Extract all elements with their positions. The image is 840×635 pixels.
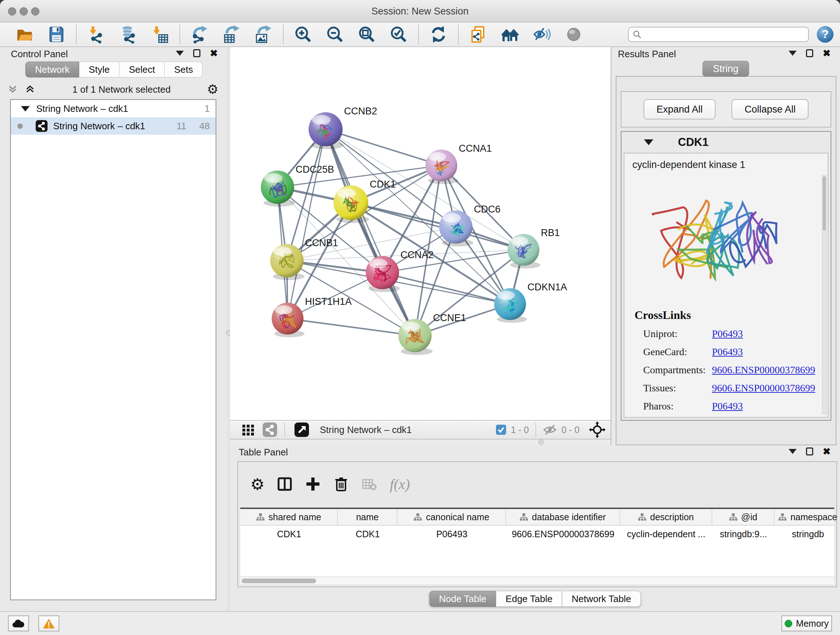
column-header-@id[interactable]: @id — [712, 509, 775, 525]
network-tree-row[interactable]: String Network – cdk11148 — [11, 117, 216, 135]
crosslink-value-link[interactable]: P06493 — [712, 401, 743, 412]
memory-label: Memory — [796, 618, 829, 629]
column-header-database-identifier[interactable]: database identifier — [506, 509, 620, 525]
open-session-icon[interactable] — [16, 25, 34, 43]
network-node-CDKN1A[interactable] — [494, 288, 527, 323]
network-node-CCNA2[interactable] — [366, 256, 400, 292]
status-bar: Memory — [0, 611, 840, 635]
expand-all-icon[interactable] — [24, 83, 36, 96]
delete-table-icon — [362, 476, 377, 492]
collapse-all-icon[interactable] — [6, 83, 19, 96]
network-node-CDC6[interactable] — [439, 211, 474, 247]
zoom-out-icon[interactable] — [326, 25, 344, 43]
search-box[interactable] — [628, 27, 809, 42]
expand-all-button[interactable]: Expand All — [644, 99, 716, 119]
tab-string[interactable]: String — [703, 61, 749, 77]
title-bar: Session: New Session — [0, 0, 840, 22]
column-header-namespace[interactable]: namespace — [775, 509, 840, 525]
tab-node-table[interactable]: Node Table — [429, 591, 496, 607]
table-row[interactable]: CDK1CDK1P064939606.ENSP00000378699cyclin… — [240, 526, 834, 542]
results-panel-float-icon[interactable] — [806, 49, 813, 57]
save-session-icon[interactable] — [47, 25, 65, 43]
control-panel-float-icon[interactable] — [193, 49, 201, 57]
grid-view-icon[interactable] — [241, 423, 256, 437]
tab-sets[interactable]: Sets — [164, 62, 202, 78]
table-panel-float-icon[interactable] — [806, 448, 813, 455]
table-horizontal-scrollbar[interactable] — [240, 576, 834, 584]
crosslinks-list: Uniprot:P06493GeneCard:P06493Compartment… — [643, 328, 815, 418]
tab-network-table[interactable]: Network Table — [562, 591, 641, 607]
tab-style[interactable]: Style — [79, 62, 119, 78]
table-cell[interactable]: CDK1 — [338, 526, 398, 542]
delete-column-icon[interactable] — [333, 476, 349, 492]
network-node-CCNB2[interactable] — [309, 112, 344, 149]
table-panel-menu-icon[interactable] — [789, 449, 797, 454]
results-panel-close-icon[interactable]: ✖ — [823, 49, 831, 57]
crosslink-value-link[interactable]: 9606.ENSP00000378699 — [712, 382, 815, 394]
export-image-icon[interactable] — [254, 25, 272, 43]
show-columns-icon[interactable] — [277, 476, 293, 492]
control-panel-menu-icon[interactable] — [176, 51, 184, 56]
network-node-CDC25B[interactable] — [261, 171, 295, 207]
column-header-shared-name[interactable]: shared name — [240, 509, 338, 525]
network-thumbnail-icon[interactable] — [262, 422, 278, 438]
zoom-in-icon[interactable] — [294, 25, 312, 43]
table-cell[interactable]: P06493 — [398, 526, 506, 542]
copy-style-icon[interactable] — [469, 25, 487, 43]
table-panel-tabs: Node TableEdge TableNetwork Table — [429, 591, 641, 607]
zoom-selected-icon[interactable] — [390, 25, 408, 43]
refresh-icon[interactable] — [429, 25, 447, 43]
tree-expand-icon[interactable] — [21, 106, 30, 111]
hide-graphics-details-icon[interactable] — [533, 25, 551, 43]
network-tree-row[interactable]: String Network – cdk11 — [11, 100, 216, 117]
tab-select[interactable]: Select — [119, 62, 164, 78]
table-panel-close-icon[interactable]: ✖ — [823, 448, 831, 455]
results-scrollbar[interactable] — [822, 175, 827, 414]
import-table-icon[interactable] — [151, 25, 169, 43]
column-header-canonical-name[interactable]: canonical name — [398, 509, 506, 525]
show-graphics-details-icon[interactable] — [565, 25, 583, 43]
cloud-button[interactable] — [8, 616, 29, 631]
network-view-area: CCNB2CCNA1CDC25BCDK1CDC6RB1CCNB1CCNA2CDK… — [230, 47, 611, 445]
table-cell[interactable]: cyclin-dependent ... — [620, 526, 712, 542]
export-table-icon[interactable] — [223, 25, 240, 43]
help-button[interactable]: ? — [817, 26, 834, 43]
network-node-CCNA1[interactable] — [425, 149, 458, 184]
crosslink-value-link[interactable]: 9606.ENSP00000378699 — [712, 364, 815, 376]
table-options-gear-icon[interactable]: ⚙ — [250, 475, 264, 494]
memory-button[interactable]: Memory — [782, 616, 832, 631]
selected-checkbox-icon[interactable] — [496, 424, 507, 435]
warnings-button[interactable] — [38, 616, 59, 631]
network-canvas[interactable]: CCNB2CCNA1CDC25BCDK1CDC6RB1CCNB1CCNA2CDK… — [230, 47, 611, 420]
network-node-HIST1H1A[interactable] — [272, 302, 305, 337]
birdseye-home-icon[interactable] — [501, 25, 519, 43]
table-cell[interactable]: stringdb — [775, 526, 840, 542]
network-options-gear-icon[interactable]: ⚙ — [207, 82, 218, 97]
import-network-file-icon[interactable] — [87, 25, 105, 43]
import-network-database-icon[interactable] — [119, 25, 137, 43]
zoom-fit-icon[interactable] — [358, 25, 376, 43]
control-panel-close-icon[interactable]: ✖ — [210, 49, 218, 57]
birdseye-view-icon[interactable] — [294, 422, 309, 438]
add-column-icon[interactable] — [305, 476, 321, 492]
gene-collapse-icon[interactable] — [644, 139, 653, 145]
crosslink-value-link[interactable]: P06493 — [712, 346, 743, 358]
export-network-icon[interactable] — [191, 25, 209, 43]
left-splitter[interactable] — [227, 47, 230, 611]
column-header-name[interactable]: name — [338, 509, 398, 525]
results-panel-menu-icon[interactable] — [789, 51, 797, 56]
network-node-CCNE1[interactable] — [398, 319, 433, 355]
crosslink-value-link[interactable]: P06493 — [712, 328, 743, 340]
fit-content-crosshair-icon[interactable] — [589, 421, 606, 438]
network-node-RB1[interactable] — [508, 234, 540, 268]
search-input[interactable] — [642, 29, 797, 40]
table-cell[interactable]: CDK1 — [240, 526, 338, 542]
column-header-description[interactable]: description — [620, 509, 712, 525]
table-cell[interactable]: stringdb:9... — [712, 526, 775, 542]
tab-edge-table[interactable]: Edge Table — [496, 591, 562, 607]
tab-network[interactable]: Network — [25, 62, 79, 78]
collapse-all-button[interactable]: Collapse All — [731, 99, 808, 119]
table-cell[interactable]: 9606.ENSP00000378699 — [506, 526, 620, 542]
network-node-CDK1[interactable] — [333, 185, 369, 223]
horizontal-splitter[interactable] — [230, 440, 611, 445]
